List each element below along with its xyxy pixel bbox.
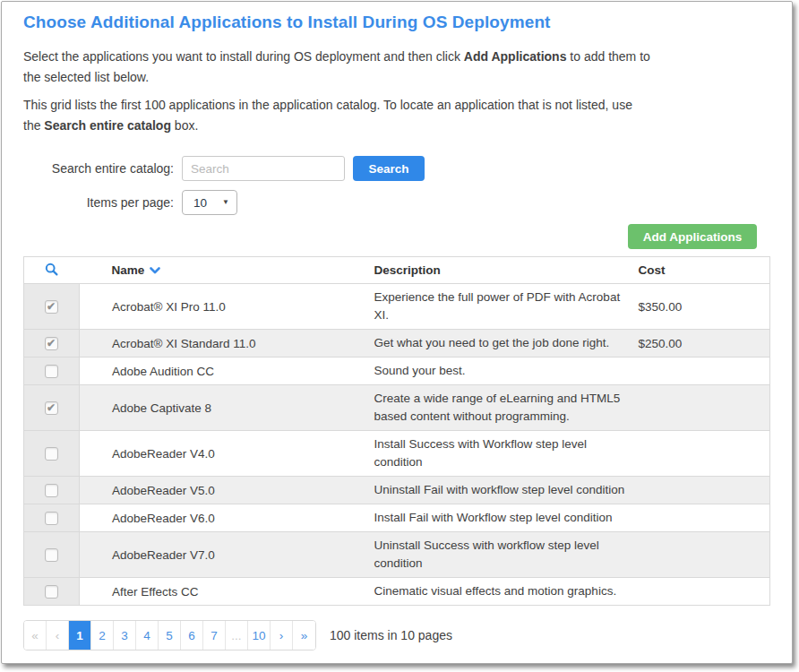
table-row[interactable]: AdobeReader V6.0 Install Fail with Workf… <box>24 504 770 532</box>
intro-paragraph-2: This grid lists the first 100 applicatio… <box>23 95 650 136</box>
applications-table: Name Description Cost Acrobat® XI Pro 11… <box>23 256 770 606</box>
table-row[interactable]: Acrobat® XI Standard 11.0 Get what you n… <box>24 330 770 358</box>
cell-description: Install Success with Workflow step level… <box>374 431 639 477</box>
page-ellipsis: ... <box>226 621 248 650</box>
prev-page-button[interactable]: ‹ <box>47 621 69 650</box>
pagination-row: « ‹ 1 2 3 4 5 6 7 ... 10 › » 100 items i… <box>23 620 770 650</box>
sort-desc-icon <box>150 267 160 274</box>
pagination-summary: 100 items in 10 pages <box>330 628 452 642</box>
items-per-page-row: Items per page: 10 ▼ <box>23 190 770 215</box>
page-2-button[interactable]: 2 <box>91 621 114 650</box>
cell-description: Get what you need to get the job done ri… <box>374 330 639 358</box>
search-row: Search entire catalog: Search <box>23 156 770 181</box>
add-applications-button[interactable]: Add Applications <box>628 224 757 249</box>
row-checkbox[interactable] <box>45 548 58 562</box>
intro-1-text: Select the applications you want to inst… <box>23 49 464 64</box>
page-6-button[interactable]: 6 <box>181 621 203 650</box>
table-row[interactable]: AdobeReader V7.0 Uninstall Success with … <box>24 532 770 578</box>
cell-name: AdobeReader V7.0 <box>80 532 374 578</box>
cell-cost <box>639 532 770 578</box>
pagination: « ‹ 1 2 3 4 5 6 7 ... 10 › » <box>23 620 316 650</box>
search-column-header[interactable] <box>24 257 80 284</box>
checkbox-cell <box>24 284 80 330</box>
row-checkbox[interactable] <box>45 365 58 378</box>
items-per-page-label: Items per page: <box>23 195 174 210</box>
search-label: Search entire catalog: <box>23 161 174 176</box>
cell-description: Uninstall Fail with workflow step level … <box>374 477 639 504</box>
cell-name: AdobeReader V6.0 <box>80 504 374 532</box>
chevron-down-icon: ▼ <box>222 199 229 206</box>
checkbox-cell <box>24 578 80 606</box>
row-checkbox[interactable] <box>45 512 58 525</box>
cell-description: Sound your best. <box>374 358 639 385</box>
checkbox-cell <box>24 330 80 358</box>
cell-name: Adobe Audition CC <box>80 358 374 385</box>
items-per-page-select[interactable]: 10 ▼ <box>182 190 237 215</box>
intro-paragraph-1: Select the applications you want to inst… <box>23 47 650 88</box>
cell-name: After Effects CC <box>80 578 374 606</box>
table-row[interactable]: Adobe Captivate 8 Create a wide range of… <box>24 385 770 431</box>
table-row[interactable]: AdobeReader V5.0 Uninstall Fail with wor… <box>24 477 770 504</box>
table-header-row: Name Description Cost <box>24 257 770 284</box>
cell-cost <box>639 578 770 606</box>
cell-cost: $350.00 <box>639 284 770 330</box>
intro-2-text-post: box. <box>171 118 198 133</box>
cell-name: Acrobat® XI Standard 11.0 <box>80 330 374 358</box>
cell-name: AdobeReader V5.0 <box>80 477 374 504</box>
table-row[interactable]: After Effects CC Cinematic visual effect… <box>24 578 770 606</box>
cell-description: Install Fail with Workflow step level co… <box>374 504 639 532</box>
cell-cost <box>639 358 770 385</box>
cell-cost <box>639 385 770 431</box>
page-title: Choose Additional Applications to Instal… <box>23 13 770 32</box>
row-checkbox[interactable] <box>45 484 58 497</box>
cell-description: Experience the full power of PDF with Ac… <box>374 284 639 330</box>
table-row[interactable]: Adobe Audition CC Sound your best. <box>24 358 770 385</box>
items-per-page-value: 10 <box>193 196 207 210</box>
first-page-button[interactable]: « <box>24 621 47 650</box>
checkbox-cell <box>24 431 80 477</box>
name-header-label: Name <box>112 263 145 277</box>
page-7-button[interactable]: 7 <box>203 621 226 650</box>
search-icon[interactable] <box>45 263 58 276</box>
cell-description: Cinematic visual effects and motion grap… <box>374 578 639 606</box>
table-row[interactable]: AdobeReader V4.0 Install Success with Wo… <box>24 431 770 477</box>
cell-name: Adobe Captivate 8 <box>80 385 374 431</box>
cell-cost <box>639 504 770 532</box>
cell-description: Create a wide range of eLearning and HTM… <box>374 385 639 431</box>
intro-1-bold: Add Applications <box>464 49 567 64</box>
row-checkbox[interactable] <box>45 337 58 350</box>
next-page-button[interactable]: › <box>271 621 293 650</box>
page-4-button[interactable]: 4 <box>136 621 159 650</box>
column-header-cost[interactable]: Cost <box>639 257 770 284</box>
cell-cost <box>639 477 770 504</box>
page-3-button[interactable]: 3 <box>114 621 136 650</box>
cell-description: Uninstall Success with workflow step lev… <box>374 532 639 578</box>
checkbox-cell <box>24 532 80 578</box>
checkbox-cell <box>24 504 80 532</box>
row-checkbox[interactable] <box>45 300 58 314</box>
row-checkbox[interactable] <box>45 401 58 415</box>
page-5-button[interactable]: 5 <box>159 621 181 650</box>
wizard-dialog: Choose Additional Applications to Instal… <box>1 1 793 664</box>
search-input[interactable] <box>182 156 345 181</box>
column-header-description[interactable]: Description <box>374 257 639 284</box>
page-10-button[interactable]: 10 <box>248 621 271 650</box>
cell-cost <box>639 431 770 477</box>
add-applications-row: Add Applications <box>23 224 757 249</box>
search-button[interactable]: Search <box>353 156 425 181</box>
page-1-button[interactable]: 1 <box>69 621 91 650</box>
checkbox-cell <box>24 385 80 431</box>
last-page-button[interactable]: » <box>293 621 315 650</box>
column-header-name[interactable]: Name <box>80 257 374 284</box>
row-checkbox[interactable] <box>45 447 58 461</box>
table-row[interactable]: Acrobat® XI Pro 11.0 Experience the full… <box>24 284 770 330</box>
cell-name: AdobeReader V4.0 <box>80 431 374 477</box>
row-checkbox[interactable] <box>45 585 58 599</box>
cell-cost: $250.00 <box>639 330 770 358</box>
intro-2-bold: Search entire catalog <box>44 118 171 133</box>
checkbox-cell <box>24 358 80 385</box>
cell-name: Acrobat® XI Pro 11.0 <box>80 284 374 330</box>
checkbox-cell <box>24 477 80 504</box>
